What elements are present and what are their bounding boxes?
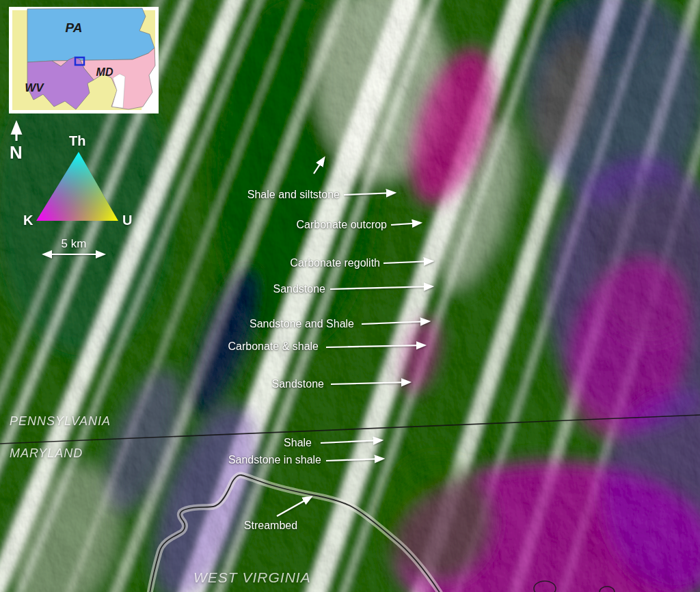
annotation-arrow-shale [321,440,381,443]
inset-label-md: MD [96,66,113,78]
annotation-arrow-carbonate-regolith [383,261,432,263]
annotation-arrow-unlabeled [314,158,324,174]
inset-label-pa: PA [66,21,83,35]
pond-outline [534,581,556,592]
inset-locator-map: PA MD WV [9,7,159,113]
ternary-legend-triangle [25,146,129,227]
annotation-arrow-carbonate-outcrop [391,223,420,225]
annotation-arrow-sandstone-2 [331,382,409,384]
radiometric-map-figure: PA MD WV N Th K U 5 km Shale and [0,0,700,592]
state-label-maryland: MARYLAND [10,446,83,461]
ternary-left-label: K [23,213,33,228]
annotation-arrow-shale-siltstone [344,193,394,195]
north-label: N [10,142,23,163]
annotation-arrow-sandstone-and-shale [362,321,429,324]
pond-outline [600,587,615,592]
ternary-right-label: U [122,213,132,228]
scale-bar-label: 5 km [45,237,103,251]
state-label-pennsylvania: PENNSYLVANIA [10,414,111,429]
inset-state-pa [27,8,154,62]
inset-label-wv: WV [25,81,44,94]
annotation-arrow-streambed [277,497,311,516]
annotation-arrow-sandstone-1 [330,286,432,289]
ternary-top-label: Th [69,133,85,149]
annotation-arrow-carbonate-and-shale [326,345,425,347]
state-label-west-virginia: WEST VIRGINIA [193,569,311,586]
annotation-arrow-sandstone-in-shale [326,459,383,461]
